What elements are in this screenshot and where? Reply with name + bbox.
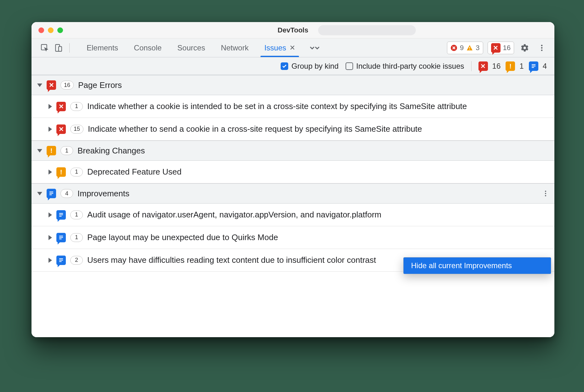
- group-menu-icon[interactable]: [542, 187, 549, 200]
- svg-point-7: [541, 47, 543, 49]
- info-bubble-icon: [56, 210, 66, 220]
- tab-console[interactable]: Console: [127, 38, 169, 57]
- checkbox-label: Include third-party cookie issues: [356, 62, 464, 71]
- svg-point-8: [541, 49, 543, 51]
- issue-title: Indicate whether to send a cookie in a c…: [88, 124, 549, 135]
- issue-title: Deprecated Feature Used: [87, 166, 549, 177]
- svg-rect-22: [59, 237, 63, 238]
- chevron-down-icon: [37, 84, 42, 87]
- close-window-button[interactable]: [38, 27, 44, 33]
- devtools-window: DevTools: [31, 22, 554, 337]
- error-bubble-icon: ✕: [478, 61, 488, 71]
- warning-bubble-icon: !: [506, 61, 515, 71]
- issues-toolbar: Group by kind Include third-party cookie…: [31, 57, 554, 75]
- minimize-window-button[interactable]: [48, 27, 54, 33]
- issue-row[interactable]: 1 Audit usage of navigator.userAgent, na…: [31, 204, 554, 226]
- group-title: Page Errors: [78, 80, 122, 90]
- issue-title: Audit usage of navigator.userAgent, navi…: [87, 209, 549, 220]
- group-header-page-errors[interactable]: ✕ 16 Page Errors: [31, 75, 554, 95]
- context-menu-label: Hide all current Improvements: [411, 261, 512, 270]
- svg-rect-25: [59, 260, 63, 260]
- group-header-improvements[interactable]: 4 Improvements: [31, 183, 554, 204]
- error-count: 9: [460, 44, 464, 52]
- inspect-element-icon[interactable]: [38, 42, 51, 54]
- issue-row[interactable]: ✕ 15 Indicate whether to send a cookie i…: [31, 118, 554, 141]
- context-menu-item-hide[interactable]: Hide all current Improvements: [404, 257, 551, 274]
- window-controls: [31, 27, 63, 33]
- svg-rect-19: [59, 214, 63, 215]
- warning-triangle-icon: [466, 44, 473, 51]
- issue-title: Page layout may be unexpected due to Qui…: [87, 232, 549, 243]
- chevron-right-icon: [49, 212, 52, 217]
- svg-point-6: [541, 45, 543, 46]
- svg-rect-14: [49, 194, 52, 195]
- warning-count: 3: [476, 44, 479, 52]
- group-title: Improvements: [77, 189, 129, 199]
- chevron-right-icon: [49, 235, 52, 240]
- checkbox-label: Group by kind: [291, 62, 338, 71]
- issue-count-badge: 1: [70, 102, 83, 111]
- tab-elements[interactable]: Elements: [80, 38, 125, 57]
- tab-label: Console: [134, 43, 162, 52]
- tab-label: Elements: [87, 43, 118, 52]
- third-party-checkbox[interactable]: Include third-party cookie issues: [346, 62, 464, 71]
- more-tabs-button[interactable]: [304, 38, 325, 57]
- console-counters-2[interactable]: ✕ 16: [488, 42, 514, 54]
- error-bubble-icon: ✕: [47, 80, 56, 90]
- svg-rect-23: [59, 239, 62, 239]
- group-count-badge: 4: [60, 189, 73, 198]
- error-bubble-icon: ✕: [56, 124, 66, 134]
- kind-counters: ✕ 16 ! 1 4: [478, 61, 549, 71]
- info-bubble-icon: [529, 61, 538, 71]
- svg-rect-21: [59, 236, 63, 236]
- titlebar: DevTools: [31, 22, 554, 38]
- console-counters-1[interactable]: 9 3: [447, 42, 483, 54]
- error-bubble-icon: ✕: [56, 102, 66, 111]
- issue-count-badge: 1: [70, 210, 83, 219]
- issue-count-badge: 1: [70, 168, 83, 176]
- close-tab-icon[interactable]: ✕: [289, 44, 295, 52]
- panel-tabs: Elements Console Sources Network Issues …: [75, 38, 325, 57]
- issue-count-badge: 15: [70, 125, 83, 134]
- svg-point-16: [545, 193, 546, 194]
- svg-rect-18: [59, 213, 63, 214]
- svg-point-17: [545, 195, 546, 196]
- svg-rect-5: [469, 49, 470, 50]
- issue-row[interactable]: 1 Page layout may be unexpected due to Q…: [31, 226, 554, 249]
- info-bubble-icon: [47, 189, 56, 198]
- issue-count-badge: 1: [70, 233, 83, 242]
- svg-rect-12: [49, 192, 53, 192]
- svg-rect-4: [469, 47, 470, 49]
- more-options-icon[interactable]: [535, 42, 548, 54]
- chevron-down-icon: [37, 149, 42, 153]
- issue-count-badge: 2: [70, 256, 83, 265]
- issue-row[interactable]: ! 1 Deprecated Feature Used: [31, 161, 554, 183]
- tab-network[interactable]: Network: [214, 38, 255, 57]
- warning-bubble-icon: !: [56, 167, 66, 177]
- chevron-right-icon: [49, 170, 52, 175]
- tab-sources[interactable]: Sources: [170, 38, 212, 57]
- info-bubble-icon: [56, 233, 66, 242]
- chevron-right-icon: [49, 127, 52, 132]
- tab-label: Issues: [264, 43, 286, 52]
- tab-issues[interactable]: Issues ✕: [257, 38, 302, 57]
- warning-bubble-icon: !: [47, 146, 56, 155]
- svg-rect-13: [49, 193, 53, 194]
- issue-row[interactable]: ✕ 1 Indicate whether a cookie is intende…: [31, 95, 554, 118]
- chevron-right-icon: [49, 104, 52, 109]
- chevron-down-icon: [37, 192, 42, 195]
- zoom-window-button[interactable]: [57, 27, 63, 33]
- issue-count: 16: [503, 44, 511, 52]
- group-header-breaking-changes[interactable]: ! 1 Breaking Changes: [31, 141, 554, 161]
- svg-rect-11: [532, 67, 534, 68]
- checkbox-icon: [281, 62, 288, 70]
- checkbox-icon: [346, 62, 353, 70]
- group-by-kind-checkbox[interactable]: Group by kind: [281, 62, 338, 71]
- svg-rect-24: [59, 258, 63, 259]
- window-title-detail: [318, 25, 416, 35]
- device-toolbar-icon[interactable]: [52, 42, 65, 54]
- separator: [69, 43, 70, 53]
- group-count-badge: 1: [60, 146, 73, 155]
- error-circle-icon: [450, 44, 457, 51]
- settings-icon[interactable]: [518, 42, 531, 54]
